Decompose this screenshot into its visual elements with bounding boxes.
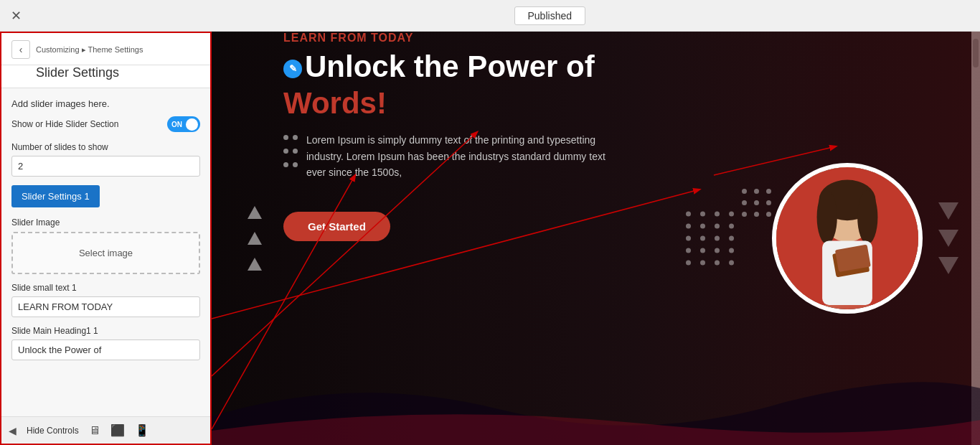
panel-body: Add slider images here. Show or Hide Sli… [1, 88, 210, 416]
panel-title: Slider Settings [1, 65, 210, 88]
slides-count-input[interactable] [11, 156, 200, 177]
slide-main-heading-label: Slide Main Heading1 1 [11, 326, 200, 336]
hero-content: LEARN FROM TODAY ✎Unlock the Power of Wo… [212, 32, 642, 241]
main-layout: ‹ Customizing ▸ Theme Settings Slider Se… [0, 32, 980, 445]
tablet-icon[interactable]: ⬛ [110, 423, 125, 437]
svg-point-5 [857, 190, 877, 244]
hide-controls-label[interactable]: Hide Controls [27, 426, 79, 436]
bullet-dots [283, 132, 298, 167]
preview-area: LEARN FROM TODAY ✎Unlock the Power of Wo… [212, 32, 980, 445]
slide-small-text-label: Slide small text 1 [11, 283, 200, 293]
toggle-row: Show or Hide Slider Section ON [11, 116, 200, 132]
slider-settings-1-button[interactable]: Slider Settings 1 [11, 185, 100, 207]
slide-main-heading-line2: Words! [283, 86, 642, 121]
close-button[interactable]: ✕ [7, 7, 24, 24]
outline-tri-2 [938, 230, 958, 247]
dot-grid-circle-left [742, 189, 772, 217]
slide-description: Lorem Ipsum is simply dummy text of the … [306, 132, 615, 180]
description-block: Lorem Ipsum is simply dummy text of the … [283, 132, 642, 197]
slide-main-heading-input[interactable] [11, 339, 200, 360]
slider-image-label: Slider Image [11, 217, 200, 228]
dot-grid-right [686, 212, 736, 266]
slide-small-text-input[interactable] [11, 296, 200, 317]
add-images-label: Add slider images here. [11, 98, 200, 109]
outline-tri-1 [938, 202, 958, 220]
back-button[interactable]: ‹ [11, 40, 30, 59]
top-bar: ✕ Published [0, 0, 980, 32]
left-panel: ‹ Customizing ▸ Theme Settings Slider Se… [0, 32, 212, 445]
hero-person-circle [772, 163, 923, 314]
outline-tri-3 [938, 257, 958, 274]
panel-header: ‹ Customizing ▸ Theme Settings [1, 33, 210, 65]
bottom-bar: ◀ Hide Controls 🖥 ⬛ 📱 [1, 416, 210, 444]
slides-count-label: Number of slides to show [11, 142, 200, 152]
toggle-label: Show or Hide Slider Section [11, 119, 118, 129]
hero-wave [212, 373, 980, 445]
toggle-state: ON [171, 121, 182, 128]
breadcrumb: Customizing ▸ Theme Settings [36, 45, 143, 55]
show-hide-toggle[interactable]: ON [167, 116, 200, 132]
outline-triangles [938, 202, 958, 274]
slide-main-heading-line1: ✎Unlock the Power of [283, 50, 642, 83]
slide-small-text: LEARN FROM TODAY [283, 32, 642, 44]
svg-point-4 [817, 190, 837, 244]
toggle-knob [186, 118, 198, 131]
person-image [776, 167, 918, 309]
edit-icon: ✎ [283, 60, 302, 78]
monitor-icon[interactable]: 🖥 [89, 424, 100, 437]
get-started-button[interactable]: Get Started [283, 212, 390, 241]
mobile-icon[interactable]: 📱 [135, 423, 149, 437]
published-button[interactable]: Published [514, 6, 586, 25]
left-arrow-icon: ◀ [9, 425, 17, 436]
triangle-3 [248, 258, 262, 271]
select-image-box[interactable]: Select image [11, 232, 200, 274]
